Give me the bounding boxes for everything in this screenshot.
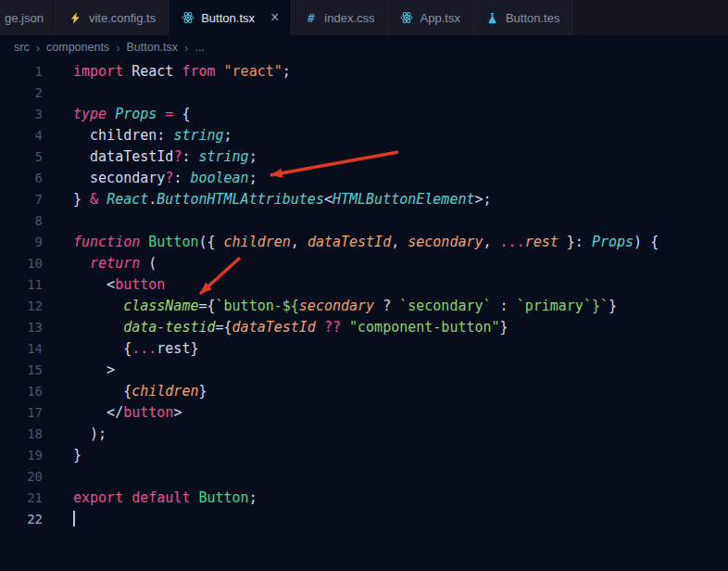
line-number: 9 bbox=[0, 232, 43, 253]
code-line-content: secondary?: boolean; bbox=[73, 168, 257, 189]
code-token: ) { bbox=[634, 234, 659, 250]
code-token: ); bbox=[73, 425, 107, 442]
chevron-right-icon: › bbox=[184, 41, 188, 55]
line-number: 5 bbox=[0, 146, 43, 168]
code-token: } bbox=[500, 319, 508, 336]
code-line[interactable]: 1import React from "react"; bbox=[0, 61, 728, 82]
code-token: > bbox=[73, 362, 115, 378]
tab-label: App.tsx bbox=[420, 11, 460, 25]
line-number: 21 bbox=[0, 488, 43, 509]
code-line[interactable]: 18 ); bbox=[0, 424, 728, 445]
code-token: ; bbox=[224, 127, 232, 144]
code-token: secondary bbox=[299, 298, 374, 314]
breadcrumb-item[interactable]: src bbox=[14, 41, 30, 54]
line-number: 13 bbox=[0, 317, 43, 338]
code-token: className bbox=[123, 298, 198, 314]
code-line[interactable]: 5 dataTestId?: string; bbox=[0, 146, 728, 168]
code-line[interactable]: 9function Button({ children, dataTestId,… bbox=[0, 232, 728, 253]
test-icon bbox=[485, 11, 499, 25]
code-token bbox=[341, 319, 349, 336]
code-token: secondary bbox=[408, 234, 483, 250]
code-line[interactable]: 7} & React.ButtonHTMLAttributes<HTMLButt… bbox=[0, 189, 728, 210]
code-line[interactable]: 4 children: string; bbox=[0, 125, 728, 146]
tab-label: vite.config.ts bbox=[89, 11, 156, 25]
code-line[interactable]: 16 {children} bbox=[0, 381, 728, 402]
code-line[interactable]: 14 {...rest} bbox=[0, 338, 728, 360]
code-token: , bbox=[391, 234, 408, 250]
code-line-content: } & React.ButtonHTMLAttributes<HTMLButto… bbox=[73, 189, 492, 210]
close-icon[interactable]: × bbox=[270, 10, 279, 25]
tab-label: Button.tes bbox=[506, 11, 560, 25]
code-token: function bbox=[73, 234, 140, 250]
code-token: button bbox=[115, 276, 165, 293]
tab-label: Button.tsx bbox=[201, 11, 255, 25]
code-token: }: bbox=[559, 234, 592, 250]
code-line[interactable]: 22 bbox=[0, 509, 728, 530]
code-line[interactable]: 13 data-testid={dataTestId ?? "component… bbox=[0, 317, 728, 338]
line-number: 2 bbox=[0, 82, 43, 104]
breadcrumb-item[interactable]: components bbox=[46, 41, 109, 54]
tab-button-tes[interactable]: Button.tes bbox=[473, 0, 573, 35]
code-token: ( bbox=[140, 255, 157, 272]
code-line-content: <button bbox=[73, 274, 165, 296]
vscode-window: ge.jsonvite.config.tsButton.tsx×#index.c… bbox=[0, 0, 728, 571]
code-line[interactable]: 8 bbox=[0, 210, 728, 232]
code-token: children bbox=[224, 234, 291, 250]
code-token: } bbox=[73, 191, 90, 208]
chevron-right-icon: › bbox=[36, 41, 40, 55]
code-token: ?? bbox=[324, 319, 341, 336]
code-line[interactable]: 3type Props = { bbox=[0, 104, 728, 125]
code-token: ; bbox=[249, 170, 257, 186]
code-line[interactable]: 15 > bbox=[0, 360, 728, 381]
code-token bbox=[140, 234, 148, 250]
breadcrumb-item[interactable]: ... bbox=[195, 41, 204, 54]
line-number: 20 bbox=[0, 466, 43, 488]
code-line-content: </button> bbox=[73, 402, 182, 424]
code-token: }` bbox=[592, 298, 609, 314]
line-number: 14 bbox=[0, 338, 43, 360]
code-line-content: data-testid={dataTestId ?? "component-bu… bbox=[73, 317, 508, 338]
tab-ge-json[interactable]: ge.json bbox=[0, 0, 56, 35]
code-token: `button-${ bbox=[216, 298, 299, 314]
code-line[interactable]: 6 secondary?: boolean; bbox=[0, 168, 728, 189]
code-token: "react" bbox=[224, 63, 282, 80]
code-token: ... bbox=[132, 340, 157, 357]
code-line-content: } bbox=[73, 445, 82, 466]
code-line-content: {...rest} bbox=[73, 338, 198, 360]
code-token: default bbox=[132, 489, 190, 506]
code-line[interactable]: 11 <button bbox=[0, 274, 728, 296]
code-token: return bbox=[90, 255, 140, 272]
code-line-content: type Props = { bbox=[73, 104, 190, 125]
tab-button-tsx[interactable]: Button.tsx× bbox=[169, 0, 292, 35]
code-token: < bbox=[73, 276, 115, 293]
code-token: & bbox=[90, 191, 98, 208]
code-token: , bbox=[483, 234, 500, 250]
code-line-content: return ( bbox=[73, 253, 157, 274]
tab-label: ge.json bbox=[5, 11, 44, 25]
code-token bbox=[216, 63, 224, 80]
code-token bbox=[73, 319, 123, 336]
code-token: : bbox=[173, 170, 190, 186]
code-line[interactable]: 20 bbox=[0, 466, 728, 488]
tab-label: index.css bbox=[324, 11, 374, 25]
code-line[interactable]: 12 className={`button-${secondary ? `sec… bbox=[0, 296, 728, 317]
code-token: children bbox=[132, 383, 198, 400]
code-token: `primary` bbox=[517, 298, 592, 314]
code-line-content: dataTestId?: string; bbox=[73, 146, 257, 168]
code-token: ButtonHTMLAttributes bbox=[157, 191, 324, 208]
code-line-content: export default Button; bbox=[73, 488, 257, 509]
tab-app-tsx[interactable]: App.tsx bbox=[388, 0, 473, 35]
tab-index-css[interactable]: #index.css bbox=[292, 0, 387, 35]
code-token: children: bbox=[73, 127, 173, 144]
code-line-content: ); bbox=[73, 424, 107, 445]
line-number: 10 bbox=[0, 253, 43, 274]
code-line[interactable]: 17 </button> bbox=[0, 402, 728, 424]
code-editor[interactable]: 1import React from "react";23type Props … bbox=[0, 59, 728, 571]
code-line[interactable]: 19} bbox=[0, 445, 728, 466]
code-line[interactable]: 10 return ( bbox=[0, 253, 728, 274]
breadcrumb-item[interactable]: Button.tsx bbox=[126, 41, 178, 54]
code-line[interactable]: 21export default Button; bbox=[0, 488, 728, 509]
tab-vite-config-ts[interactable]: vite.config.ts bbox=[56, 0, 169, 35]
code-line[interactable]: 2 bbox=[0, 82, 728, 104]
code-line-content: className={`button-${secondary ? `second… bbox=[73, 296, 617, 317]
